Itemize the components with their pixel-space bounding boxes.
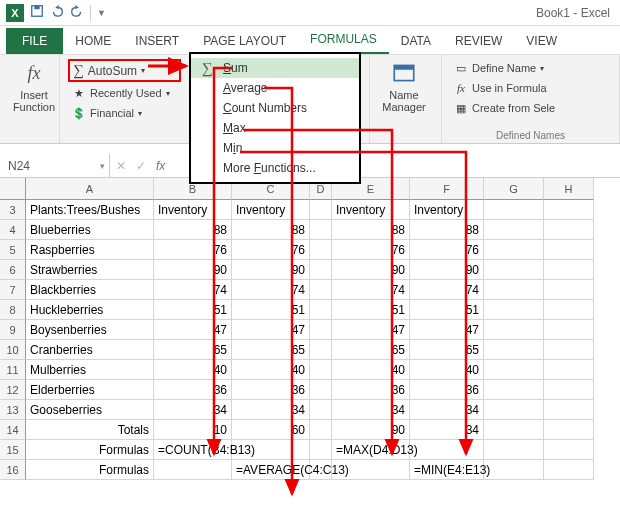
cell[interactable] [484, 300, 544, 320]
autosum-button[interactable]: ∑ AutoSum ▾ [68, 59, 181, 82]
cell[interactable] [544, 200, 594, 220]
cell[interactable] [484, 240, 544, 260]
cell[interactable]: 88 [154, 220, 232, 240]
cell[interactable]: Huckleberries [26, 300, 154, 320]
cell[interactable]: 76 [332, 240, 410, 260]
col-header-H[interactable]: H [544, 178, 594, 200]
cell[interactable]: 90 [332, 420, 410, 440]
cell[interactable]: 40 [332, 360, 410, 380]
cell[interactable]: 36 [410, 380, 484, 400]
cell[interactable]: =MAX(D4:D13) [332, 440, 410, 460]
cell[interactable]: Plants:Trees/Bushes [26, 200, 154, 220]
row-header-6[interactable]: 6 [0, 260, 26, 280]
cell[interactable]: 74 [410, 280, 484, 300]
row-header-5[interactable]: 5 [0, 240, 26, 260]
cell[interactable]: 88 [332, 220, 410, 240]
redo-icon[interactable] [70, 4, 84, 21]
cell[interactable]: 47 [410, 320, 484, 340]
cell[interactable]: 76 [232, 240, 310, 260]
row-header-16[interactable]: 16 [0, 460, 26, 480]
cell[interactable]: Elderberries [26, 380, 154, 400]
cell[interactable]: 40 [232, 360, 310, 380]
col-header-A[interactable]: A [26, 178, 154, 200]
cell[interactable] [484, 420, 544, 440]
cell[interactable]: 36 [332, 380, 410, 400]
cell[interactable] [544, 460, 594, 480]
save-icon[interactable] [30, 4, 44, 21]
row-header-13[interactable]: 13 [0, 400, 26, 420]
cell[interactable]: 51 [154, 300, 232, 320]
financial-button[interactable]: 💲Financial▾ [68, 104, 181, 122]
row-header-9[interactable]: 9 [0, 320, 26, 340]
cell[interactable] [310, 220, 332, 240]
dropdown-sum[interactable]: ∑Sum [191, 58, 359, 78]
cell[interactable]: 36 [232, 380, 310, 400]
row-header-10[interactable]: 10 [0, 340, 26, 360]
cell[interactable]: 65 [154, 340, 232, 360]
cell[interactable]: 90 [232, 260, 310, 280]
cell[interactable] [544, 400, 594, 420]
select-all-corner[interactable] [0, 178, 26, 200]
cell[interactable] [410, 440, 484, 460]
cell[interactable]: 90 [332, 260, 410, 280]
cell[interactable] [484, 460, 544, 480]
cell[interactable] [484, 320, 544, 340]
cell[interactable] [310, 280, 332, 300]
cell[interactable] [484, 200, 544, 220]
create-from-selection-button[interactable]: ▦Create from Sele [450, 99, 611, 117]
cell[interactable]: Boysenberries [26, 320, 154, 340]
define-name-button[interactable]: ▭Define Name▾ [450, 59, 611, 77]
cell[interactable]: 36 [154, 380, 232, 400]
dropdown-more-functions[interactable]: More Functions... [191, 158, 359, 178]
tab-page-layout[interactable]: PAGE LAYOUT [191, 28, 298, 54]
worksheet[interactable]: 345678910111213141516 ABCDEFGH Plants:Tr… [0, 178, 620, 480]
cell[interactable]: Totals [26, 420, 154, 440]
cell[interactable]: Blueberries [26, 220, 154, 240]
tab-data[interactable]: DATA [389, 28, 443, 54]
cell[interactable] [310, 380, 332, 400]
cell[interactable]: Gooseberries [26, 400, 154, 420]
cell[interactable]: 90 [154, 260, 232, 280]
cell[interactable] [544, 280, 594, 300]
cell[interactable]: 34 [410, 420, 484, 440]
cell[interactable] [484, 360, 544, 380]
cell[interactable]: 47 [154, 320, 232, 340]
cell[interactable] [544, 320, 594, 340]
cell[interactable]: 47 [332, 320, 410, 340]
recently-used-button[interactable]: ★Recently Used▾ [68, 84, 181, 102]
cell[interactable] [484, 440, 544, 460]
cell[interactable] [310, 400, 332, 420]
insert-function-button[interactable]: fx InsertFunction [8, 59, 60, 113]
col-header-F[interactable]: F [410, 178, 484, 200]
tab-insert[interactable]: INSERT [123, 28, 191, 54]
cell[interactable] [310, 260, 332, 280]
cell[interactable]: 51 [232, 300, 310, 320]
cell[interactable]: 34 [154, 400, 232, 420]
row-header-15[interactable]: 15 [0, 440, 26, 460]
dropdown-max[interactable]: Max [191, 118, 359, 138]
cell[interactable]: 51 [332, 300, 410, 320]
row-header-12[interactable]: 12 [0, 380, 26, 400]
row-header-3[interactable]: 3 [0, 200, 26, 220]
cell[interactable] [544, 360, 594, 380]
cell[interactable]: 90 [410, 260, 484, 280]
cell[interactable] [310, 240, 332, 260]
row-header-4[interactable]: 4 [0, 220, 26, 240]
tab-formulas[interactable]: FORMULAS [298, 26, 389, 54]
fx-icon[interactable]: fx [150, 159, 171, 173]
cell[interactable] [544, 240, 594, 260]
cell[interactable]: 74 [154, 280, 232, 300]
cell[interactable] [310, 360, 332, 380]
cell[interactable]: 34 [410, 400, 484, 420]
use-in-formula-button[interactable]: fxUse in Formula [450, 79, 611, 97]
enter-icon[interactable]: ✓ [132, 159, 150, 173]
cell[interactable] [310, 420, 332, 440]
cell[interactable] [544, 220, 594, 240]
cell[interactable]: Inventory [332, 200, 410, 220]
cell[interactable] [310, 200, 332, 220]
cell[interactable] [484, 400, 544, 420]
cell[interactable]: =COUNT(B4:B13) [154, 440, 232, 460]
cell[interactable]: Raspberries [26, 240, 154, 260]
cell[interactable]: Strawberries [26, 260, 154, 280]
cell[interactable] [484, 260, 544, 280]
